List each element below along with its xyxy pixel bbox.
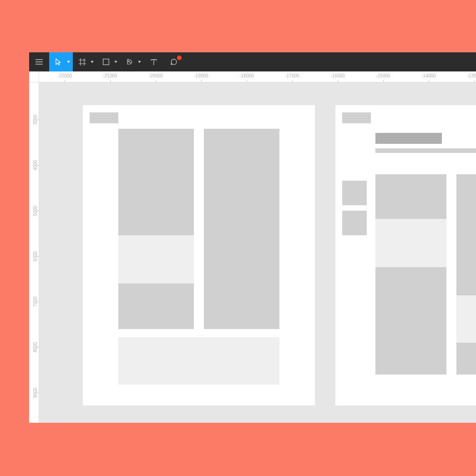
chevron-down-icon (91, 61, 94, 63)
ruler-h-label: -17000 (285, 73, 299, 78)
ruler-h-label: -13000 (467, 73, 476, 78)
placeholder-block[interactable] (456, 343, 476, 375)
ruler-h-label: -15000 (376, 73, 390, 78)
placeholder-block[interactable] (456, 174, 476, 295)
placeholder-block[interactable] (118, 235, 194, 284)
move-tool-button[interactable] (49, 52, 73, 71)
ruler-h-label: -18000 (239, 73, 253, 78)
placeholder-block[interactable] (375, 133, 442, 144)
cursor-icon (56, 58, 62, 66)
text-tool-button[interactable] (144, 52, 164, 71)
ruler-h-label: -20000 (148, 73, 162, 78)
shape-tool-button[interactable] (96, 52, 120, 71)
pen-tool-button[interactable] (120, 52, 144, 71)
ruler-h-label: -21000 (103, 73, 117, 78)
hamburger-icon (35, 59, 43, 65)
chevron-down-icon (138, 61, 141, 63)
main-menu-button[interactable] (29, 52, 49, 71)
placeholder-block[interactable] (375, 148, 476, 153)
comment-icon (170, 58, 177, 66)
placeholder-block[interactable] (118, 337, 279, 385)
design-canvas[interactable] (39, 82, 476, 423)
text-icon (151, 59, 157, 65)
ruler-h-label: -14000 (421, 73, 435, 78)
frame-b[interactable] (335, 105, 476, 405)
placeholder-block[interactable] (456, 295, 476, 343)
notification-badge (177, 56, 182, 60)
ruler-h-label: -19000 (194, 73, 208, 78)
ruler-corner (29, 71, 39, 82)
placeholder-block[interactable] (375, 174, 446, 219)
svg-line-2 (129, 61, 131, 63)
comment-tool-button[interactable] (164, 52, 184, 71)
frame-tool-button[interactable] (73, 52, 96, 71)
frame-a[interactable] (83, 105, 315, 405)
ruler-vertical[interactable]: 3000 4000 5000 6000 7000 8000 9000 (29, 71, 39, 423)
placeholder-block[interactable] (118, 129, 194, 235)
ruler-horizontal[interactable]: -22000 -21000 -20000 -19000 -18000 -1700… (39, 71, 476, 82)
placeholder-block[interactable] (342, 211, 367, 235)
svg-rect-0 (103, 59, 109, 65)
frame-icon (79, 58, 86, 66)
square-icon (103, 59, 109, 65)
placeholder-block[interactable] (90, 112, 118, 123)
chevron-down-icon (67, 61, 70, 63)
placeholder-block[interactable] (118, 284, 194, 329)
ruler-h-label: -16000 (330, 73, 344, 78)
pen-icon (126, 58, 133, 66)
toolbar (29, 52, 476, 71)
placeholder-block[interactable] (375, 267, 446, 375)
app-window: -22000 -21000 -20000 -19000 -18000 -1700… (29, 52, 476, 423)
ruler-h-label: -22000 (57, 73, 71, 78)
chevron-down-icon (114, 61, 117, 63)
placeholder-block[interactable] (204, 129, 279, 329)
placeholder-block[interactable] (342, 181, 367, 205)
placeholder-block[interactable] (375, 219, 446, 267)
placeholder-block[interactable] (342, 112, 371, 123)
